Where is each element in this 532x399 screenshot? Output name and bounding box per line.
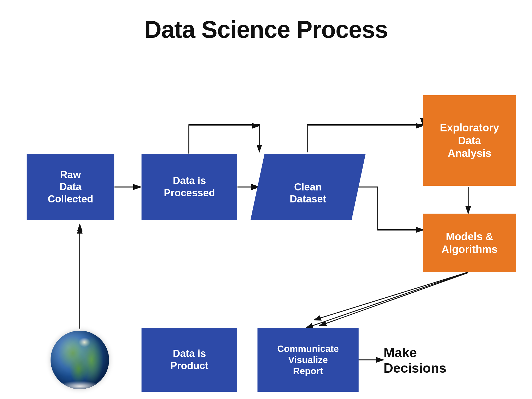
data-product-box: Data is Product <box>142 328 237 392</box>
models-box: Models & Algorithms <box>423 214 516 272</box>
page-title: Data Science Process <box>0 0 532 54</box>
data-processed-box: Data is Processed <box>142 154 237 220</box>
exploratory-box: Exploratory Data Analysis <box>423 95 516 186</box>
communicate-box: Communicate Visualize Report <box>257 328 359 392</box>
raw-data-box: Raw Data Collected <box>27 154 114 220</box>
make-decisions-text: Make Decisions <box>384 345 446 376</box>
svg-line-13 <box>319 273 468 326</box>
earth-globe <box>51 331 109 389</box>
svg-line-4 <box>314 272 468 320</box>
svg-line-8 <box>306 272 468 328</box>
clean-dataset-box: Clean Dataset <box>250 154 365 220</box>
